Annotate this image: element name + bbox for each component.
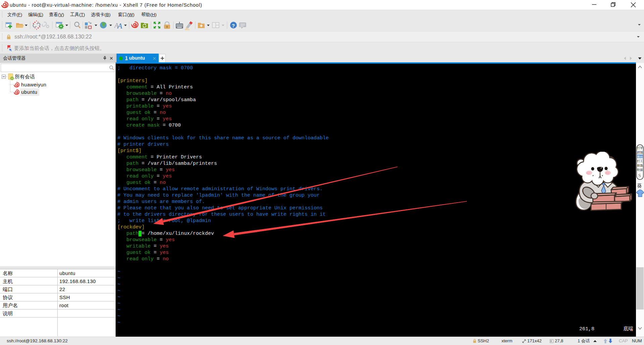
svg-text:A: A [117,21,122,30]
svg-text:S: S [638,173,641,178]
svg-text:打工: 打工 [637,159,643,163]
svg-text:打字: 打字 [637,146,643,150]
svg-text:搬砖: 搬砖 [637,155,643,158]
svg-text:跟随: 跟随 [637,151,643,154]
svg-text:葵: 葵 [637,183,642,188]
svg-text:吃饭: 吃饭 [637,168,643,171]
svg-text:损急: 损急 [637,164,643,167]
svg-text:?: ? [232,23,235,28]
